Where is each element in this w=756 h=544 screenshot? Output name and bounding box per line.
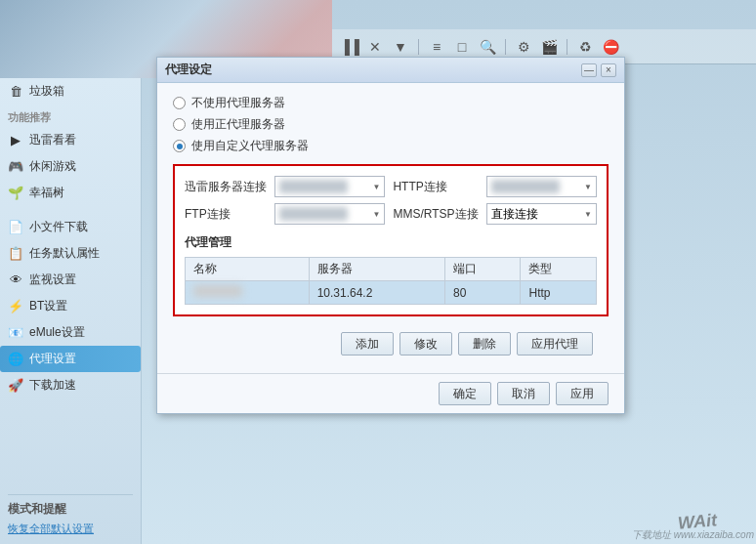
sidebar-item-game[interactable]: 🎮 休闲游戏 bbox=[0, 153, 141, 180]
toolbar-sep3 bbox=[567, 39, 567, 55]
http-select[interactable]: ▼ bbox=[486, 176, 597, 197]
radio-no-proxy-label: 不使用代理服务器 bbox=[191, 95, 285, 111]
toolbar-window[interactable]: □ bbox=[452, 37, 472, 57]
name-blur bbox=[193, 285, 242, 297]
toolbar-dropdown[interactable]: ▼ bbox=[391, 37, 410, 57]
ftp-select-value bbox=[279, 207, 348, 221]
radio-group: 不使用代理服务器 使用正代理服务器 使用自定义代理服务器 bbox=[173, 95, 609, 154]
dialog-minimize-btn[interactable]: — bbox=[581, 63, 597, 77]
add-button[interactable]: 添加 bbox=[341, 332, 394, 356]
sidebar-item-emule-label: eMule设置 bbox=[29, 324, 85, 341]
toolbar-stop[interactable]: ✕ bbox=[365, 37, 385, 57]
trash-icon: 🗑 bbox=[8, 84, 23, 100]
row-server: 10.31.64.2 bbox=[309, 281, 444, 305]
http-conn-label: HTTP连接 bbox=[393, 179, 478, 195]
table-header-row: 名称 服务器 端口 类型 bbox=[186, 258, 597, 281]
action-row: 添加 修改 删除 应用代理 bbox=[173, 326, 609, 361]
row-name bbox=[186, 281, 310, 305]
sidebar-section-functional: 功能推荐 bbox=[0, 105, 141, 127]
sidebar-item-emule[interactable]: 📧 eMule设置 bbox=[0, 319, 141, 346]
restore-link[interactable]: 恢复全部默认设置 bbox=[8, 523, 94, 534]
sidebar-bottom: 模式和提醒 恢复全部默认设置 bbox=[0, 486, 141, 544]
table-row[interactable]: 10.31.64.2 80 Http bbox=[186, 281, 597, 305]
sidebar-item-bt-label: BT设置 bbox=[29, 298, 67, 314]
wait-label: WAit bbox=[677, 510, 718, 533]
sidebar-item-bt[interactable]: ⚡ BT设置 bbox=[0, 293, 141, 319]
sidebar-item-task-attr[interactable]: 📋 任务默认属性 bbox=[0, 240, 141, 267]
toolbar-sep2 bbox=[505, 39, 506, 55]
thunder-select[interactable]: ▼ bbox=[274, 176, 385, 197]
proxy-manage-title: 代理管理 bbox=[185, 234, 597, 251]
dialog-footer: 确定 取消 应用 bbox=[157, 373, 624, 413]
radio-custom-proxy[interactable]: 使用自定义代理服务器 bbox=[173, 138, 609, 154]
sidebar-item-task-attr-label: 任务默认属性 bbox=[29, 245, 100, 262]
mms-select-arrow: ▼ bbox=[584, 210, 592, 219]
http-select-arrow: ▼ bbox=[584, 183, 592, 191]
radio-forward-proxy-circle[interactable] bbox=[173, 118, 186, 131]
toolbar-block[interactable]: ⛔ bbox=[601, 37, 620, 57]
proxy-dialog: 代理设定 — × 不使用代理服务器 使用正代理服务器 使用自定义代理服务器 bbox=[156, 57, 625, 414]
radio-custom-proxy-label: 使用自定义代理服务器 bbox=[191, 138, 309, 154]
row-port: 80 bbox=[444, 281, 521, 305]
sidebar-item-speed-label: 下载加速 bbox=[29, 377, 76, 394]
radio-no-proxy[interactable]: 不使用代理服务器 bbox=[173, 95, 609, 111]
toolbar-pause[interactable]: ▐▐ bbox=[340, 37, 359, 57]
toolbar-sep1 bbox=[418, 39, 419, 55]
speed-icon: 🚀 bbox=[8, 378, 23, 394]
sidebar-item-small-file[interactable]: 📄 小文件下载 bbox=[0, 214, 141, 240]
sidebar-item-monitor[interactable]: 👁 监视设置 bbox=[0, 267, 141, 293]
mms-select-value: 直接连接 bbox=[491, 206, 538, 223]
sidebar-bottom-label: 模式和提醒 bbox=[8, 494, 133, 518]
col-type: 类型 bbox=[521, 258, 597, 281]
tree-icon: 🌱 bbox=[8, 186, 23, 201]
dialog-title: 代理设定 bbox=[165, 62, 212, 78]
bt-icon: ⚡ bbox=[8, 299, 23, 314]
sidebar-item-thunder-look-label: 迅雷看看 bbox=[29, 132, 76, 148]
modify-button[interactable]: 修改 bbox=[399, 332, 452, 356]
monitor-icon: 👁 bbox=[8, 272, 23, 288]
dialog-close-btn[interactable]: × bbox=[601, 63, 616, 77]
ok-button[interactable]: 确定 bbox=[439, 382, 491, 405]
ftp-conn-label: FTP连接 bbox=[185, 206, 267, 223]
proxy-icon: 🌐 bbox=[8, 352, 23, 367]
apply-proxy-button[interactable]: 应用代理 bbox=[517, 332, 593, 356]
thunder-look-icon: ▶ bbox=[8, 133, 23, 148]
delete-button[interactable]: 删除 bbox=[458, 332, 511, 356]
sidebar-item-proxy[interactable]: 🌐 代理设置 bbox=[0, 346, 141, 372]
sidebar-item-small-file-label: 小文件下载 bbox=[29, 219, 88, 235]
radio-custom-proxy-circle[interactable] bbox=[173, 140, 186, 152]
dialog-titlebar: 代理设定 — × bbox=[157, 58, 624, 83]
apply-button[interactable]: 应用 bbox=[556, 382, 609, 405]
sidebar: 🗑 垃圾箱 功能推荐 ▶ 迅雷看看 🎮 休闲游戏 🌱 幸福树 📄 小文件下载 📋… bbox=[0, 78, 142, 544]
small-file-icon: 📄 bbox=[8, 220, 23, 235]
game-icon: 🎮 bbox=[8, 159, 23, 175]
task-attr-icon: 📋 bbox=[8, 246, 23, 262]
sidebar-item-speed[interactable]: 🚀 下载加速 bbox=[0, 372, 141, 398]
cancel-button[interactable]: 取消 bbox=[497, 382, 550, 405]
ftp-select-arrow: ▼ bbox=[373, 210, 381, 219]
ftp-select[interactable]: ▼ bbox=[274, 203, 385, 225]
sidebar-item-proxy-label: 代理设置 bbox=[29, 351, 76, 367]
col-name: 名称 bbox=[186, 258, 310, 281]
dialog-body: 不使用代理服务器 使用正代理服务器 使用自定义代理服务器 迅雷服务器连接 ▼ H… bbox=[157, 83, 624, 373]
toolbar-search[interactable]: 🔍 bbox=[478, 37, 497, 57]
proxy-table: 名称 服务器 端口 类型 10.31.64.2 80 Http bbox=[185, 257, 597, 305]
toolbar-list[interactable]: ≡ bbox=[427, 37, 446, 57]
radio-no-proxy-circle[interactable] bbox=[173, 97, 186, 109]
thunder-conn-label: 迅雷服务器连接 bbox=[185, 179, 267, 195]
toolbar-media[interactable]: 🎬 bbox=[539, 37, 559, 57]
thunder-select-arrow: ▼ bbox=[373, 183, 381, 191]
sidebar-item-trash-label: 垃圾箱 bbox=[29, 83, 64, 100]
http-select-value bbox=[491, 180, 560, 193]
sidebar-item-trash[interactable]: 🗑 垃圾箱 bbox=[0, 78, 141, 105]
sidebar-item-game-label: 休闲游戏 bbox=[29, 158, 76, 175]
radio-forward-proxy[interactable]: 使用正代理服务器 bbox=[173, 116, 609, 133]
toolbar-settings[interactable]: ⚙ bbox=[514, 37, 533, 57]
mms-select[interactable]: 直接连接 ▼ bbox=[486, 203, 597, 225]
toolbar-recycle[interactable]: ♻ bbox=[575, 37, 595, 57]
thunder-select-value bbox=[279, 180, 348, 193]
emule-icon: 📧 bbox=[8, 325, 23, 341]
radio-forward-proxy-label: 使用正代理服务器 bbox=[191, 116, 285, 133]
sidebar-item-thunder-look[interactable]: ▶ 迅雷看看 bbox=[0, 127, 141, 153]
sidebar-item-tree[interactable]: 🌱 幸福树 bbox=[0, 180, 141, 206]
